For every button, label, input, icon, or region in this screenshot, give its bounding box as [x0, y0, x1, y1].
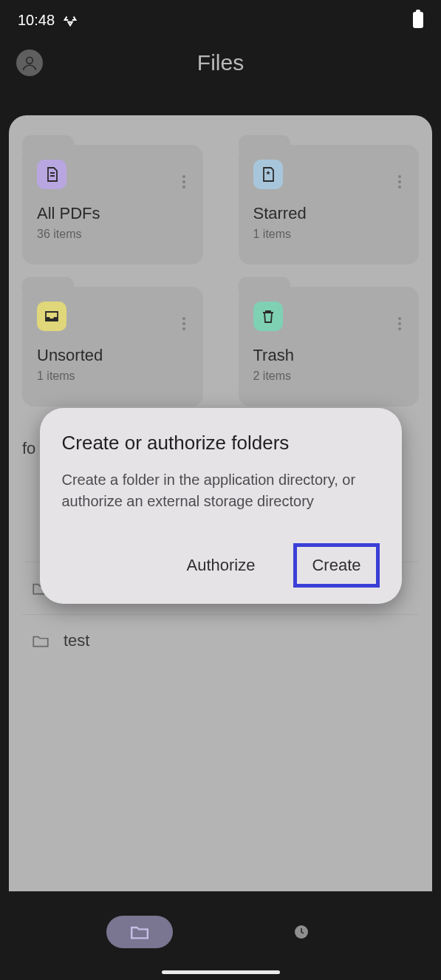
more-icon[interactable]	[392, 315, 407, 333]
home-indicator[interactable]	[162, 970, 280, 974]
trash-icon	[253, 302, 283, 331]
folder-name: Starred	[253, 204, 405, 223]
folder-card-starred[interactable]: Starred 1 items	[239, 145, 420, 265]
folder-count: 36 items	[37, 228, 188, 241]
bottom-nav	[0, 906, 441, 958]
create-button[interactable]: Create	[293, 543, 379, 588]
page-title: Files	[197, 50, 244, 75]
app-header: Files	[0, 37, 441, 92]
folder-count: 2 items	[253, 370, 405, 383]
more-icon[interactable]	[392, 173, 407, 191]
folder-grid: All PDFs 36 items Starred 1 items Unsort…	[22, 145, 419, 406]
battery-icon	[413, 12, 423, 28]
status-bar: 10:48	[0, 0, 441, 37]
folder-card-trash[interactable]: Trash 2 items	[239, 287, 420, 406]
svg-point-0	[27, 57, 33, 64]
folder-card-unsorted[interactable]: Unsorted 1 items	[22, 287, 203, 406]
authorize-button[interactable]: Authorize	[175, 548, 267, 582]
nav-folder-button[interactable]	[106, 916, 173, 948]
status-time: 10:48	[18, 12, 55, 29]
more-icon[interactable]	[177, 173, 191, 191]
nav-recent-button[interactable]	[268, 916, 335, 948]
folder-count: 1 items	[253, 228, 405, 241]
folder-name: Unsorted	[37, 346, 188, 365]
folder-name: Trash	[253, 346, 405, 365]
folder-count: 1 items	[37, 370, 188, 383]
dialog-title: Create or authorize folders	[62, 432, 380, 455]
dialog-body: Create a folder in the application direc…	[62, 469, 380, 512]
list-item[interactable]: test	[22, 614, 419, 667]
folder-name: All PDFs	[37, 204, 188, 223]
recycle-icon	[62, 12, 78, 28]
create-authorize-dialog: Create or authorize folders Create a fol…	[40, 408, 402, 604]
list-item-label: test	[64, 631, 89, 650]
avatar[interactable]	[16, 50, 43, 76]
folder-card-all-pdfs[interactable]: All PDFs 36 items	[22, 145, 203, 265]
more-icon[interactable]	[177, 315, 191, 333]
inbox-icon	[37, 302, 66, 331]
dialog-actions: Authorize Create	[62, 543, 380, 588]
folder-outline-icon	[31, 633, 50, 649]
document-icon	[37, 160, 66, 189]
star-document-icon	[253, 160, 283, 189]
